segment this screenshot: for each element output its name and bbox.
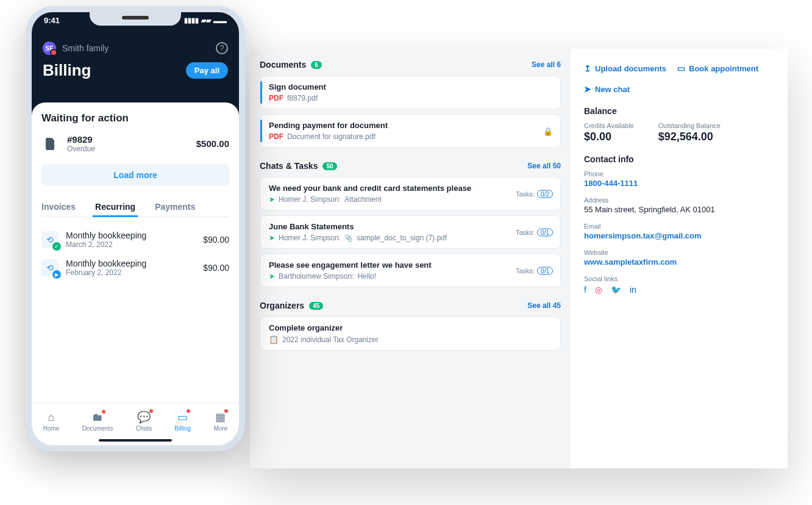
invoice-status: Overdue <box>67 145 95 153</box>
battery-icon: ▬▬ <box>213 17 227 24</box>
outstanding-value: $92,564.00 <box>658 131 721 143</box>
email-label: Email <box>584 223 774 230</box>
see-all-organizers[interactable]: See all 45 <box>527 301 561 310</box>
section-title: Organizers <box>260 301 304 310</box>
balance-heading: Balance <box>584 106 774 116</box>
send-icon: ➤ <box>269 195 275 204</box>
right-column: ↥Upload documents ▭Book appointment ➤New… <box>571 49 788 468</box>
twitter-icon[interactable]: 🐦 <box>611 285 621 295</box>
home-icon: ⌂ <box>48 411 55 424</box>
nav-billing[interactable]: ▭Billing <box>174 410 191 432</box>
recurring-date: February 2, 2022 <box>66 268 146 277</box>
action-links: ↥Upload documents ▭Book appointment ➤New… <box>584 63 774 94</box>
card-author: Homer J. Simpson: <box>279 234 341 242</box>
account-name[interactable]: Smith family <box>62 43 109 53</box>
help-icon[interactable]: ? <box>216 42 228 54</box>
pdf-icon: PDF <box>269 94 283 102</box>
book-appointment-link[interactable]: ▭Book appointment <box>677 63 758 73</box>
send-icon: ➤ <box>269 272 275 281</box>
card-title: June Bank Statements <box>269 222 552 231</box>
card-attach: Attachment <box>344 195 382 204</box>
status-time: 9:41 <box>44 16 60 25</box>
nav-documents[interactable]: 🖿Documents <box>82 411 113 432</box>
card-author: Bartholomew Simpson: <box>279 272 354 281</box>
card-icon: ▭ <box>177 410 188 424</box>
email-value[interactable]: homersimpson.tax@gmail.com <box>584 231 774 240</box>
recurring-amount: $90.00 <box>203 235 229 245</box>
recurring-row[interactable]: ⟲▶ Monthly bookkeeping February 2, 2022 … <box>41 254 229 282</box>
invoice-row[interactable]: #9829 Overdue $500.00 <box>41 132 229 156</box>
outstanding-balance: Outstanding Balance $92,564.00 <box>658 122 721 143</box>
card-attach: Hello! <box>357 272 376 281</box>
recurring-row[interactable]: ⟲✓ Monthly bookkeeping March 2, 2022 $90… <box>41 226 229 254</box>
home-indicator <box>99 439 172 442</box>
credits-available: Credits Available $0.00 <box>584 122 634 143</box>
section-title: Chats & Tasks <box>260 161 318 171</box>
phone-frame: 9:41 ▮▮▮▮ ▰▰ ▬▬ SF Smith family ? Billin… <box>26 6 245 451</box>
notification-dot <box>149 409 153 413</box>
tab-payments[interactable]: Payments <box>155 197 195 217</box>
mid-column: Documents 6 See all 6 Sign document PDFf… <box>250 49 571 468</box>
recurring-icon: ⟲✓ <box>41 231 59 248</box>
phone-header: SF Smith family ? Billing Pay all <box>32 35 239 90</box>
organizers-header: Organizers 45 See all 45 <box>260 301 561 310</box>
website-value[interactable]: www.sampletaxfirm.com <box>584 257 774 267</box>
linkedin-icon[interactable]: in <box>630 285 636 295</box>
recurring-amount: $90.00 <box>203 263 229 273</box>
invoice-number: #9829 <box>67 134 95 145</box>
document-card[interactable]: Sign document PDFf8879.pdf <box>260 76 561 109</box>
outstanding-label: Outstanding Balance <box>658 122 721 129</box>
recurring-meta: Monthly bookkeeping February 2, 2022 <box>66 259 146 277</box>
facebook-icon[interactable]: f <box>584 285 586 295</box>
nav-home[interactable]: ⌂Home <box>43 411 60 432</box>
phone-value[interactable]: 1800-444-1111 <box>584 179 774 188</box>
phone-label: Phone <box>584 170 774 177</box>
new-chat-link[interactable]: ➤New chat <box>584 84 630 94</box>
recurring-title: Monthly bookkeeping <box>66 231 146 240</box>
social-group: Social links f ◎ 🐦 in <box>584 275 774 295</box>
chat-card[interactable]: We need your bank and credit card statem… <box>260 177 561 210</box>
address-label: Address <box>584 196 774 204</box>
invoice-meta: #9829 Overdue <box>67 134 95 153</box>
nav-more[interactable]: ▦More <box>213 410 227 432</box>
tab-invoices[interactable]: Invoices <box>41 197 76 217</box>
calendar-icon: ▭ <box>677 63 685 73</box>
nav-chats[interactable]: 💬Chats <box>136 410 152 432</box>
website-label: Website <box>584 249 774 256</box>
tasks-pill: Tasks:0/1 <box>516 228 553 236</box>
document-card[interactable]: Pending payment for document PDFDocument… <box>260 114 561 148</box>
address-value: 55 Main street, Springfield, AK 01001 <box>584 205 774 214</box>
page-title: Billing <box>43 61 91 80</box>
status-icons: ▮▮▮▮ ▰▰ ▬▬ <box>184 16 227 25</box>
upload-documents-link[interactable]: ↥Upload documents <box>584 63 666 73</box>
see-all-documents[interactable]: See all 6 <box>532 60 561 69</box>
waiting-heading: Waiting for action <box>41 112 229 124</box>
card-title: Pending payment for document <box>269 121 552 130</box>
card-attach: sample_doc_to_sign (7).pdf <box>357 234 447 242</box>
paperclip-icon: 📎 <box>344 234 353 242</box>
load-more-button[interactable]: Load more <box>41 164 229 186</box>
pay-all-button[interactable]: Pay all <box>186 62 228 79</box>
email-group: Email homersimpson.tax@gmail.com <box>584 223 774 240</box>
chat-card[interactable]: Please see engagement letter we have sen… <box>260 254 561 287</box>
see-all-chats[interactable]: See all 50 <box>527 162 561 170</box>
instagram-icon[interactable]: ◎ <box>595 285 602 295</box>
send-icon: ➤ <box>584 84 591 94</box>
chat-card[interactable]: June Bank Statements ➤Homer J. Simpson: … <box>260 215 561 249</box>
contact-heading: Contact info <box>584 154 774 164</box>
card-file: f8879.pdf <box>287 94 318 102</box>
address-group: Address 55 Main street, Springfield, AK … <box>584 196 774 214</box>
avatar[interactable]: SF <box>43 41 56 55</box>
grid-icon: ▦ <box>215 410 226 424</box>
signal-icon: ▮▮▮▮ <box>184 16 199 24</box>
card-file: Document for signature.pdf <box>287 132 376 141</box>
organizer-card[interactable]: Complete organizer 📋2022 individual Tax … <box>260 317 561 351</box>
count-badge: 6 <box>311 61 322 69</box>
balance-row: Credits Available $0.00 Outstanding Bala… <box>584 122 774 143</box>
tab-recurring[interactable]: Recurring <box>95 197 135 217</box>
section-title: Documents <box>260 60 306 70</box>
tasks-pill: Tasks:0/1 <box>516 267 553 274</box>
folder-icon: 🖿 <box>92 411 103 424</box>
pdf-icon: PDF <box>269 132 283 141</box>
social-label: Social links <box>584 275 774 282</box>
